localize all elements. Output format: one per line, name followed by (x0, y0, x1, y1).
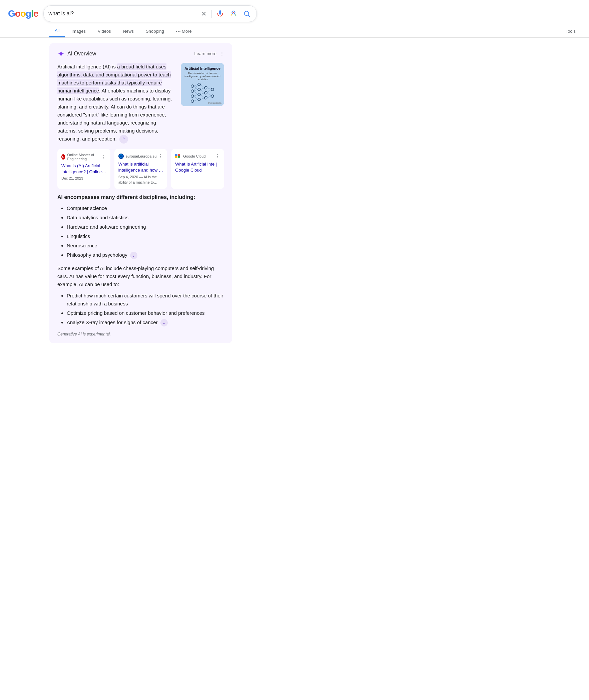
svg-line-26 (200, 90, 204, 93)
source-2-site: Google Cloud (175, 154, 205, 159)
search-icons: ✕ (200, 8, 252, 19)
svg-point-1 (233, 12, 234, 13)
google-logo[interactable]: Google (8, 8, 38, 19)
tab-shopping[interactable]: Shopping (141, 25, 169, 37)
globe-icon: 🌐 (119, 154, 123, 158)
lens-button[interactable] (228, 9, 238, 19)
source-card-1[interactable]: 🌐 europarl.europa.eu ⋮ What is artificia… (115, 149, 167, 189)
ai-disciplines-section: AI encompasses many different discipline… (57, 194, 224, 259)
source-0-favicon: U (61, 154, 65, 160)
list-item: Computer science (67, 204, 224, 212)
experimental-note: Generative AI is experimental. (57, 332, 224, 336)
list-item: Predict how much certain customers will … (67, 292, 224, 308)
tab-images[interactable]: Images (66, 25, 91, 37)
source-0-site: U Online Master of Engineering (61, 153, 101, 161)
lens-icon (230, 10, 237, 17)
svg-line-24 (200, 85, 204, 88)
svg-line-33 (207, 96, 211, 98)
mic-icon (216, 10, 224, 17)
search-icon (243, 10, 250, 17)
disciplines-list: Computer science Data analytics and stat… (57, 204, 224, 259)
ai-image-source: Investopedia (208, 102, 221, 104)
svg-point-6 (191, 100, 194, 103)
list-item: Philosophy and psychology ⌄ (67, 251, 224, 259)
list-item: Linguistics (67, 232, 224, 240)
svg-point-11 (204, 87, 207, 89)
ai-sparkle-icon (57, 50, 65, 57)
search-bar-wrapper: what is ai? ✕ (43, 5, 257, 22)
svg-point-9 (198, 93, 200, 96)
clear-button[interactable]: ✕ (200, 8, 208, 19)
svg-line-31 (207, 90, 211, 93)
main-content: AI Overview Learn more ⋮ Artificial inte… (0, 38, 240, 358)
ai-overview-title: AI Overview (57, 50, 96, 57)
more-dots-icon (176, 31, 180, 32)
source-1-snippet: Sep 4, 2020 — AI is the ability of a mac… (119, 175, 163, 185)
header: Google what is ai? ✕ (0, 0, 589, 22)
svg-line-30 (207, 88, 211, 90)
source-0-date: Dec 21, 2023 (61, 176, 107, 180)
nav-tabs: All Images Videos News Shopping More Too… (0, 22, 589, 38)
collapse-overview-button[interactable]: ⌃ (120, 135, 128, 144)
source-cards: U Online Master of Engineering ⋮ What is… (57, 149, 224, 189)
source-1-title: What is artificial intelligence and how … (119, 161, 163, 173)
svg-line-21 (194, 95, 198, 96)
svg-line-18 (194, 85, 198, 91)
collapse-disciplines-button[interactable]: ⌄ (130, 252, 138, 259)
ai-overview-menu-button[interactable]: ⋮ (220, 51, 224, 56)
list-item: Neuroscience (67, 242, 224, 250)
ai-overview-actions: Learn more ⋮ (193, 50, 224, 57)
ai-text-after: . AI enables machines to display human-l… (57, 88, 172, 142)
source-card-1-header: 🌐 europarl.europa.eu ⋮ (119, 153, 163, 159)
tab-more[interactable]: More (171, 25, 197, 37)
svg-point-5 (191, 95, 194, 98)
source-card-2[interactable]: Google Cloud ⋮ What Is Artificial Inte |… (171, 149, 224, 189)
svg-point-7 (198, 83, 200, 86)
learn-more-button[interactable]: Learn more (193, 50, 218, 57)
collapse-usecases-button[interactable]: ⌄ (160, 319, 168, 326)
svg-point-10 (198, 98, 200, 101)
ai-overview-card: AI Overview Learn more ⋮ Artificial inte… (49, 43, 232, 343)
tab-videos[interactable]: Videos (92, 25, 117, 37)
voice-search-button[interactable] (215, 9, 225, 19)
source-2-favicon (175, 154, 181, 159)
svg-point-4 (191, 90, 194, 93)
source-1-favicon: 🌐 (119, 154, 124, 159)
svg-line-29 (200, 98, 204, 100)
ai-overview-text: Artificial intelligence (AI) is a broad … (57, 63, 175, 144)
ai-image-subtitle: The simulation of human intelligence by … (184, 72, 221, 81)
list-item: Optimize pricing based on customer behav… (67, 309, 224, 317)
neural-network-illustration (189, 83, 216, 103)
svg-point-3 (191, 85, 194, 88)
ai-examples-text: Some examples of AI include chess-playin… (57, 264, 224, 288)
ai-overview-image: Artificial Intelligence The simulation o… (181, 63, 224, 106)
svg-line-25 (200, 88, 204, 90)
source-0-menu[interactable]: ⋮ (101, 154, 107, 160)
clear-icon: ✕ (201, 10, 207, 18)
svg-line-32 (207, 93, 211, 96)
source-card-0[interactable]: U Online Master of Engineering ⋮ What is… (57, 149, 111, 189)
svg-point-15 (211, 95, 214, 98)
svg-line-28 (200, 95, 204, 98)
source-1-menu[interactable]: ⋮ (158, 153, 163, 159)
ai-body: Artificial intelligence (AI) is a broad … (57, 63, 224, 144)
search-input[interactable]: what is ai? (48, 11, 196, 17)
svg-line-20 (194, 91, 198, 95)
tab-news[interactable]: News (118, 25, 140, 37)
tab-all[interactable]: All (49, 25, 65, 37)
svg-line-27 (200, 93, 204, 95)
source-card-0-header: U Online Master of Engineering ⋮ (61, 153, 107, 161)
source-0-title: What is (AI) Artificial Intelligence? | … (61, 163, 107, 175)
disciplines-title: AI encompasses many different discipline… (57, 194, 224, 200)
svg-point-12 (204, 92, 207, 94)
list-item: Analyze X-ray images for signs of cancer… (67, 318, 224, 326)
svg-point-14 (211, 88, 214, 91)
svg-line-22 (194, 96, 198, 100)
search-button[interactable] (242, 9, 252, 19)
source-card-2-header: Google Cloud ⋮ (175, 153, 220, 159)
tools-button[interactable]: Tools (560, 25, 581, 37)
source-2-menu[interactable]: ⋮ (215, 153, 220, 159)
source-2-title: What Is Artificial Inte | Google Cloud (175, 161, 220, 173)
ai-text-before: Artificial intelligence (AI) is (57, 64, 117, 69)
ai-image-title: Artificial Intelligence (184, 66, 220, 71)
